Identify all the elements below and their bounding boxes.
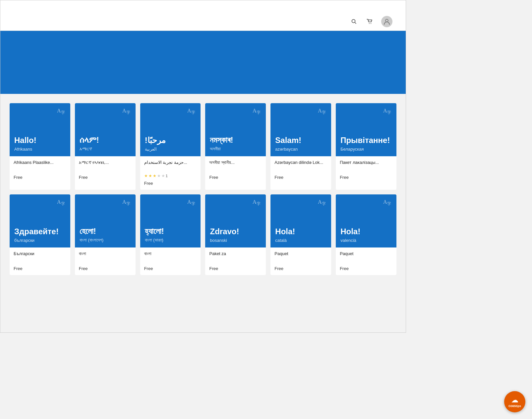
app-name: አማርኛ የኣካባቢ...	[79, 160, 132, 172]
app-name: حزمة تجربة الاستخدام...	[144, 160, 197, 172]
svg-text:字: 字	[191, 110, 195, 114]
app-card[interactable]: A 字 Zdravo! bosanski Paket za Free	[205, 194, 266, 275]
app-card[interactable]: A 字 !مرحبًا العربية حزمة تجربة الاستخدام…	[140, 103, 201, 190]
app-info: حزمة تجربة الاستخدام... ★★★★★ 1 Free	[140, 156, 201, 190]
nav-divertissement[interactable]	[30, 12, 39, 31]
app-card[interactable]: A 字 Salam! azərbaycan Azərbaycan dilində…	[270, 103, 331, 190]
app-greeting: হ্যালো!	[145, 227, 196, 236]
app-tile: A 字 Salam! azərbaycan	[270, 103, 331, 156]
app-language: Afrikaans	[14, 147, 66, 152]
app-tile: A 字 হেলো! বাংলা (বাংলাদেশ)	[75, 194, 136, 247]
svg-point-3	[371, 23, 371, 24]
language-icon: A 字	[122, 198, 132, 207]
avatar-icon	[383, 18, 390, 25]
app-tile: A 字 Zdravo! bosanski	[205, 194, 266, 247]
app-name: Paket za	[209, 251, 262, 263]
app-card[interactable]: A 字 ሰላም! አማርኛ አማርኛ የኣካባቢ... Free	[75, 103, 136, 190]
language-icon: A 字	[383, 198, 392, 207]
app-card[interactable]: A 字 Hola! valencià Paquet Free	[336, 194, 396, 275]
hero-banner	[0, 31, 406, 94]
nav-accueil[interactable]	[11, 12, 20, 31]
app-language: bosanski	[210, 238, 261, 243]
app-info: বাংলা Free	[140, 247, 201, 275]
nav-offres[interactable]	[48, 12, 57, 31]
app-info: Paket za Free	[205, 247, 266, 275]
language-icon: A 字	[253, 198, 262, 207]
nav-bar	[0, 12, 406, 31]
app-tile: A 字 Прывітанне! Беларуская	[336, 103, 396, 156]
app-name: বাংলা	[79, 251, 132, 263]
app-greeting: Здравейте!	[14, 227, 66, 237]
svg-text:字: 字	[322, 110, 326, 114]
app-card[interactable]: A 字 নমস্কাৰ! অসমীয়া অসমীয়া স্থানীয়...…	[205, 103, 266, 190]
basket-button[interactable]	[363, 19, 379, 24]
app-tile: A 字 Hola! català	[270, 194, 331, 247]
app-language: বাংলা (ভারত)	[145, 238, 196, 243]
language-icon: A 字	[383, 106, 392, 116]
app-price: Free	[79, 175, 132, 180]
svg-text:A: A	[253, 108, 257, 113]
app-info: አማርኛ የኣካባቢ... Free	[75, 156, 136, 184]
app-card[interactable]: A 字 Hallo! Afrikaans Afrikaans Plaaslike…	[10, 103, 70, 190]
app-card[interactable]: A 字 Hola! català Paquet Free	[270, 194, 331, 275]
app-card[interactable]: A 字 হেলো! বাংলা (বাংলাদেশ) বাংলা Free	[75, 194, 136, 275]
app-name: Пакет лакалізацы...	[340, 160, 392, 172]
language-icon: A 字	[122, 106, 132, 116]
app-greeting: Прывітанне!	[340, 136, 392, 145]
svg-text:字: 字	[126, 201, 130, 206]
app-greeting: Zdravo!	[210, 227, 261, 237]
app-card[interactable]: A 字 হ্যালো! বাংলা (ভারত) বাংলা Free	[140, 194, 201, 275]
nav-jeux[interactable]	[20, 12, 30, 31]
app-info: Пакет лакалізацы... Free	[336, 156, 396, 184]
app-info: Afrikaans Plaaslike... Free	[10, 156, 70, 184]
app-name: Azərbaycan dilində Lok...	[274, 160, 327, 172]
language-icon: A 字	[57, 198, 66, 207]
app-language: বাংলা (বাংলাদেশ)	[80, 238, 131, 243]
language-icon: A 字	[187, 198, 197, 207]
svg-text:字: 字	[191, 201, 195, 206]
search-button[interactable]	[347, 19, 363, 24]
user-avatar[interactable]	[381, 16, 392, 27]
app-greeting: ሰላም!	[80, 135, 131, 145]
app-greeting: Hola!	[275, 227, 326, 237]
star: ★	[157, 174, 161, 178]
app-price: Free	[340, 175, 392, 180]
app-greeting: Hola!	[340, 227, 392, 237]
app-rating: ★★★★★ 1	[144, 174, 197, 178]
svg-text:字: 字	[387, 201, 391, 206]
nav-productivite[interactable]	[39, 12, 48, 31]
app-price: Free	[209, 266, 262, 271]
app-price: Free	[79, 266, 132, 271]
app-language: azərbaycan	[275, 147, 326, 152]
svg-text:A: A	[187, 199, 191, 205]
app-card[interactable]: A 字 Прывітанне! Беларуская Пакет лакаліз…	[336, 103, 396, 190]
basket-icon	[367, 19, 373, 24]
svg-point-2	[369, 23, 370, 24]
app-price: Free	[340, 266, 392, 271]
review-count: 1	[166, 174, 168, 178]
app-greeting: Salam!	[275, 136, 326, 145]
app-card[interactable]: A 字 Здравейте! български Български Free	[10, 194, 70, 275]
svg-text:A: A	[383, 199, 387, 205]
svg-text:A: A	[57, 108, 61, 113]
app-language: অসমীয়া	[210, 146, 261, 152]
app-name: বাংলা	[144, 251, 197, 263]
svg-text:字: 字	[322, 201, 326, 206]
app-greeting: Hallo!	[14, 136, 66, 145]
svg-text:A: A	[57, 199, 61, 205]
app-tile: A 字 Hola! valencià	[336, 194, 396, 247]
svg-point-0	[352, 19, 355, 23]
app-tile: A 字 Hallo! Afrikaans	[10, 103, 70, 156]
svg-text:字: 字	[257, 110, 261, 114]
app-price: Free	[144, 266, 197, 271]
app-grid-row2: A 字 Здравейте! български Български Free …	[10, 194, 396, 275]
svg-text:A: A	[318, 199, 322, 205]
app-name: Paquet	[274, 251, 327, 263]
svg-text:A: A	[383, 108, 387, 113]
app-greeting: হেলো!	[80, 227, 131, 236]
svg-text:A: A	[122, 199, 126, 205]
app-language: català	[275, 238, 326, 243]
star: ★	[153, 174, 156, 178]
star: ★	[161, 174, 165, 178]
svg-text:字: 字	[257, 201, 261, 206]
